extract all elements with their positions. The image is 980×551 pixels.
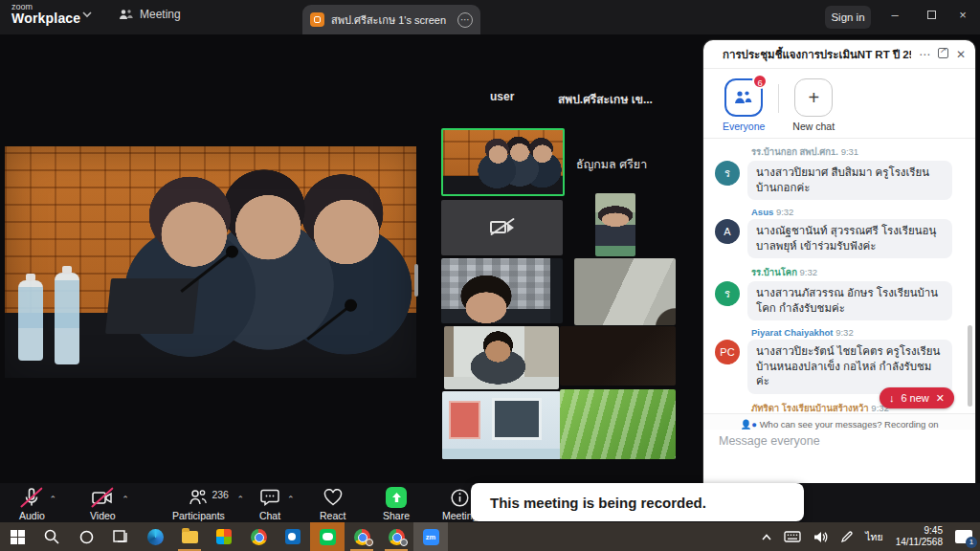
water-bottle [55, 273, 79, 364]
action-center-icon[interactable]: 1 [955, 530, 972, 543]
avatar: A [715, 219, 740, 244]
video-tile-participant[interactable] [595, 193, 635, 256]
privacy-person-icon: 👤● [740, 419, 757, 430]
message-time: 9:32 [800, 267, 818, 277]
microphone [306, 306, 348, 341]
chat-message: Asus 9:32 A นางณัฐชานันท์ สุวรรณศรี โรงเ… [715, 207, 964, 258]
recording-banner: This meeting is being recorded. [471, 483, 804, 521]
audio-control[interactable]: ⌃ Audio [19, 487, 45, 521]
task-view-icon[interactable] [103, 522, 138, 551]
share-control[interactable]: Share [383, 487, 410, 521]
maximize-button[interactable] [922, 8, 941, 22]
channel-everyone[interactable]: 6 Everyone [723, 78, 765, 132]
more-options-icon[interactable]: ⋯ [919, 48, 930, 61]
tray-chevron-up-icon[interactable] [762, 534, 771, 540]
video-tile-participant[interactable] [441, 258, 563, 323]
video-tile-participant[interactable] [560, 389, 676, 459]
tray-time: 9:45 [896, 525, 943, 538]
cortana-icon[interactable] [69, 522, 103, 551]
avatar: PC [715, 340, 740, 364]
message-sender: Asus [751, 207, 773, 217]
chat-message: รร.บ้านโคก 9:32 ร นางสาวนภัสวรรณ อักษร โ… [715, 265, 964, 320]
channel-new-chat[interactable]: + New chat [792, 78, 835, 132]
participants-control[interactable]: 236 ⌃ Participants [172, 487, 225, 521]
info-icon [451, 489, 469, 507]
chat-message: รร.บ้านกอก สพป.ศก1. 9:31 ร นางสาวปิยมาศ … [715, 144, 964, 200]
chrome-profile2-icon[interactable] [379, 522, 413, 551]
audio-label: Audio [19, 510, 45, 521]
logo-line-bottom: Workplace [11, 11, 80, 25]
share-screen-icon [386, 487, 407, 508]
language-indicator[interactable]: ไทย [865, 529, 882, 545]
classroom-poster [449, 401, 479, 439]
video-control[interactable]: ⌃ Video [90, 487, 116, 521]
video-tile-participant[interactable] [444, 326, 559, 389]
tab-options-icon[interactable]: ⋯ [457, 12, 473, 28]
participants-options-caret[interactable]: ⌃ [236, 495, 244, 504]
avatar: ร [715, 161, 740, 186]
dismiss-pill-icon[interactable]: ✕ [936, 392, 945, 405]
heart-icon [323, 489, 343, 506]
sign-in-button[interactable]: Sign in [825, 6, 871, 29]
chat-options-caret[interactable]: ⌃ [287, 495, 295, 504]
chat-label: Chat [259, 510, 280, 521]
system-tray: ไทย 9:45 14/11/2568 1 [762, 525, 980, 549]
message-sender: รร.บ้านกอก สพป.ศก1. [751, 146, 838, 157]
chat-control[interactable]: ⌃ Chat [258, 487, 281, 521]
message-time: 9:32 [835, 327, 854, 338]
windows-ink-pen-icon[interactable] [840, 531, 853, 543]
edge-icon[interactable] [138, 522, 172, 551]
video-tile-participant[interactable] [560, 326, 676, 386]
tray-date: 14/11/2568 [896, 537, 943, 549]
chat-channels-row: 6 Everyone + New chat [703, 69, 975, 139]
minimize-button[interactable]: – [885, 8, 904, 22]
chat-bubble-icon [260, 489, 279, 506]
search-icon[interactable] [34, 522, 69, 551]
pop-out-icon[interactable] [938, 48, 948, 61]
tab-shared-screen[interactable]: สพป.ศรีสะเกษ 1's screen ⋯ [302, 5, 480, 34]
chrome-profile1-icon[interactable] [345, 522, 379, 551]
close-chat-icon[interactable]: ✕ [956, 48, 966, 61]
everyone-button[interactable]: 6 [724, 78, 763, 117]
participant-label-org: สพป.ศรีสะเกษ เข... [558, 90, 653, 108]
new-chat-button[interactable]: + [794, 78, 833, 117]
speaker-icon[interactable] [813, 531, 828, 543]
share-label: Share [383, 510, 410, 521]
outlook-icon[interactable] [276, 522, 310, 551]
tab-meeting[interactable]: Meeting [119, 8, 181, 21]
video-label: Video [90, 510, 116, 521]
file-explorer-icon[interactable] [172, 522, 207, 551]
office-icon[interactable] [207, 522, 241, 551]
message-bubble: นางณัฐชานันท์ สุวรรณศรี โรงเรียนอนุบาลพย… [747, 219, 952, 258]
line-app-icon[interactable] [310, 522, 345, 551]
chat-scrollbar[interactable] [968, 325, 972, 407]
new-messages-pill[interactable]: ↓ 6 new ✕ [880, 387, 954, 408]
zoom-app-icon[interactable]: zm [413, 522, 448, 551]
video-tile-active-speaker[interactable] [441, 128, 565, 196]
new-chat-label: New chat [792, 121, 835, 132]
clock[interactable]: 9:45 14/11/2568 [896, 525, 943, 549]
audio-options-caret[interactable]: ⌃ [49, 495, 56, 504]
privacy-note: 👤● Who can see your messages? Recording … [703, 413, 975, 430]
main-speaker-video[interactable] [5, 146, 416, 378]
chat-header: การประชุมชี้แจงการประเมินNT RT ปี 2568 ⋯… [703, 40, 975, 69]
video-options-caret[interactable]: ⌃ [122, 495, 129, 504]
everyone-unread-badge: 6 [752, 74, 768, 89]
start-button[interactable] [0, 522, 34, 551]
video-tile-participant[interactable] [574, 258, 676, 325]
chevron-down-icon[interactable] [82, 11, 92, 18]
stage-scrollbar[interactable] [414, 264, 418, 297]
close-button[interactable]: × [953, 8, 972, 22]
chrome-icon[interactable] [241, 522, 276, 551]
chat-message: Piyarat Chaiyakhot 9:32 PC นางสาวปิยะรัต… [715, 327, 964, 394]
react-control[interactable]: React [320, 487, 345, 521]
participants-icon [189, 489, 208, 506]
chat-title: การประชุมชี้แจงการประเมินNT RT ปี 2568 [723, 46, 911, 63]
tab-shared-screen-label: สพป.ศรีสะเกษ 1's screen [331, 11, 451, 29]
message-time: 9:31 [841, 146, 859, 157]
video-tile-participant[interactable] [442, 391, 561, 459]
message-input[interactable]: Message everyone [719, 434, 820, 448]
message-bubble: นางสาวปิยมาศ สืบสิมมา ครูโรงเรียนบ้านกอก… [747, 161, 952, 200]
touch-keyboard-icon[interactable] [784, 531, 801, 542]
video-tile-camera-off[interactable] [441, 200, 563, 255]
